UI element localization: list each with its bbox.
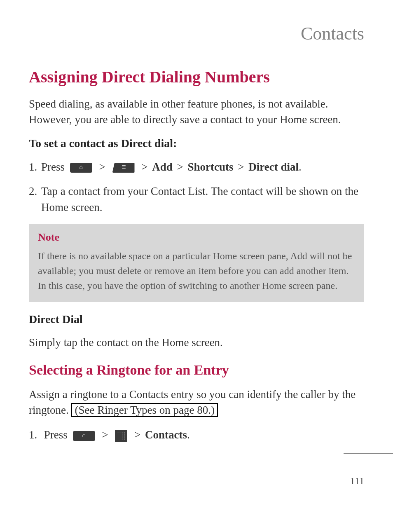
step-2: 2. Tap a contact from your Contact List.… (29, 183, 364, 216)
note-text: If there is no available space on a part… (38, 248, 355, 293)
chevron-right-icon: > (177, 161, 183, 173)
step-1-ringtone: 1. Press > > Contacts. (29, 427, 364, 443)
footer-divider (344, 453, 393, 454)
period: . (299, 161, 302, 173)
chevron-right-icon: > (102, 429, 108, 441)
step-1: 1. Press > > Add > Shortcuts > Direct di… (29, 159, 364, 175)
direct-dial-text: Simply tap the contact on the Home scree… (29, 335, 364, 351)
section-title-assigning: Assigning Direct Dialing Numbers (29, 67, 364, 87)
intro-text: Speed dialing, as available in other fea… (29, 96, 364, 128)
apps-grid-icon (115, 430, 127, 442)
note-box: Note If there is no available space on a… (29, 224, 364, 302)
chevron-right-icon: > (141, 161, 147, 173)
step-number: 1. (29, 159, 41, 175)
subheading-set-direct-dial: To set a contact as Direct dial: (29, 137, 364, 150)
chapter-title: Contacts (29, 23, 364, 44)
step-body: Press > > Contacts. (41, 427, 364, 443)
chevron-right-icon: > (238, 161, 244, 173)
press-text: Press (41, 161, 65, 173)
press-text: Press (44, 429, 68, 441)
period: . (187, 429, 190, 441)
step-number: 2. (29, 183, 41, 199)
home-icon (70, 163, 92, 173)
home-icon (73, 431, 95, 441)
add-label: Add (152, 161, 173, 173)
step-number: 1. (29, 427, 41, 443)
chevron-right-icon: > (99, 161, 105, 173)
step-body: Press > > Add > Shortcuts > Direct dial. (41, 159, 364, 175)
note-title: Note (38, 231, 355, 244)
page-number: 111 (350, 476, 364, 487)
direct-dial-heading: Direct Dial (29, 313, 364, 326)
cross-reference-link[interactable]: (See Ringer Types on page 80.) (71, 403, 218, 417)
direct-dial-label: Direct dial (248, 161, 299, 173)
shortcuts-label: Shortcuts (188, 161, 234, 173)
ringtone-intro: Assign a ringtone to a Contacts entry so… (29, 387, 364, 418)
menu-icon (112, 163, 135, 173)
step-body: Tap a contact from your Contact List. Th… (41, 183, 364, 216)
contacts-label: Contacts (145, 429, 187, 441)
chevron-right-icon: > (134, 429, 140, 441)
section-title-ringtone: Selecting a Ringtone for an Entry (29, 362, 364, 378)
